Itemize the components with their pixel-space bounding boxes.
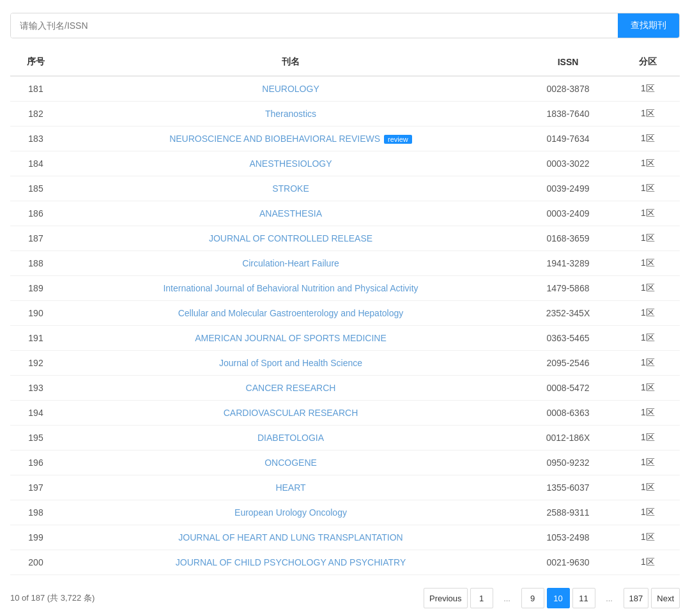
journal-link[interactable]: Theranostics (265, 109, 316, 119)
journal-link[interactable]: International Journal of Behavioral Nutr… (163, 283, 418, 293)
table-header-row: 序号 刊名 ISSN 分区 (10, 49, 680, 76)
pagination-ellipsis: ... (496, 588, 519, 608)
pagination-page-10[interactable]: 10 (547, 588, 570, 608)
col-header-name: 刊名 (61, 49, 520, 76)
pagination-page-9[interactable]: 9 (521, 588, 544, 608)
search-button[interactable]: 查找期刊 (618, 13, 679, 38)
row-seq: 183 (10, 127, 61, 151)
row-issn: 1941-3289 (520, 251, 616, 276)
table-row: 187JOURNAL OF CONTROLLED RELEASE0168-365… (10, 226, 680, 251)
journal-link[interactable]: European Urology Oncology (234, 507, 347, 518)
journal-link[interactable]: AMERICAN JOURNAL OF SPORTS MEDICINE (195, 333, 386, 343)
journal-link[interactable]: DIABETOLOGIA (257, 433, 324, 443)
table-row: 189International Journal of Behavioral N… (10, 276, 680, 301)
row-journal-name: HEART (61, 475, 520, 500)
row-issn: 1355-6037 (520, 475, 616, 500)
row-journal-name: ANAESTHESIA (61, 201, 520, 226)
table-row: 185STROKE0039-24991区 (10, 176, 680, 201)
journal-link[interactable]: JOURNAL OF HEART AND LUNG TRANSPLANTATIO… (178, 532, 402, 543)
row-issn: 0003-2409 (520, 201, 616, 226)
pagination-next[interactable]: Next (651, 588, 680, 608)
row-zone: 1区 (616, 251, 680, 276)
row-zone: 1区 (616, 450, 680, 475)
row-zone: 1区 (616, 475, 680, 500)
row-zone: 1区 (616, 276, 680, 301)
row-seq: 187 (10, 226, 61, 251)
row-journal-name: JOURNAL OF CHILD PSYCHOLOGY AND PSYCHIAT… (61, 550, 520, 575)
row-zone: 1区 (616, 151, 680, 176)
table-row: 186ANAESTHESIA0003-24091区 (10, 201, 680, 226)
row-issn: 2588-9311 (520, 500, 616, 525)
journal-link[interactable]: ANAESTHESIA (259, 208, 322, 219)
journal-link[interactable]: CANCER RESEARCH (246, 383, 336, 393)
search-input[interactable] (11, 13, 618, 38)
row-zone: 1区 (616, 76, 680, 102)
row-seq: 191 (10, 326, 61, 351)
table-row: 192Journal of Sport and Health Science20… (10, 351, 680, 376)
table-row: 191AMERICAN JOURNAL OF SPORTS MEDICINE03… (10, 326, 680, 351)
journal-link[interactable]: NEUROLOGY (262, 84, 319, 94)
row-seq: 198 (10, 500, 61, 525)
row-seq: 186 (10, 201, 61, 226)
row-journal-name: STROKE (61, 176, 520, 201)
pagination-page-1[interactable]: 1 (470, 588, 493, 608)
row-zone: 1区 (616, 525, 680, 550)
row-zone: 1区 (616, 127, 680, 151)
row-journal-name: NEUROSCIENCE AND BIOBEHAVIORAL REVIEWSre… (61, 127, 520, 151)
row-issn: 0168-3659 (520, 226, 616, 251)
journal-link[interactable]: Circulation-Heart Failure (242, 258, 339, 268)
journal-link[interactable]: STROKE (272, 183, 309, 194)
table-row: 181NEUROLOGY0028-38781区 (10, 76, 680, 102)
row-zone: 1区 (616, 351, 680, 376)
row-issn: 1479-5868 (520, 276, 616, 301)
row-journal-name: ONCOGENE (61, 450, 520, 475)
row-zone: 1区 (616, 550, 680, 575)
row-journal-name: Circulation-Heart Failure (61, 251, 520, 276)
row-seq: 200 (10, 550, 61, 575)
pagination-page-187[interactable]: 187 (624, 588, 649, 608)
row-issn: 0008-5472 (520, 376, 616, 401)
table-row: 184ANESTHESIOLOGY0003-30221区 (10, 151, 680, 176)
journal-link[interactable]: JOURNAL OF CONTROLLED RELEASE (209, 233, 372, 243)
journal-link[interactable]: ANESTHESIOLOGY (249, 158, 332, 169)
row-journal-name: CANCER RESEARCH (61, 376, 520, 401)
table-row: 182Theranostics1838-76401区 (10, 102, 680, 127)
table-row: 196ONCOGENE0950-92321区 (10, 450, 680, 475)
journal-link[interactable]: Journal of Sport and Health Science (219, 358, 362, 368)
row-issn: 0149-7634 (520, 127, 616, 151)
row-journal-name: JOURNAL OF HEART AND LUNG TRANSPLANTATIO… (61, 525, 520, 550)
row-seq: 188 (10, 251, 61, 276)
table-row: 199JOURNAL OF HEART AND LUNG TRANSPLANTA… (10, 525, 680, 550)
table-row: 188Circulation-Heart Failure1941-32891区 (10, 251, 680, 276)
row-zone: 1区 (616, 500, 680, 525)
row-issn: 0012-186X (520, 426, 616, 450)
search-bar: 查找期刊 (10, 13, 680, 38)
pagination-area: 10 of 187 (共 3,722 条) Previous1...91011.… (10, 585, 680, 611)
row-zone: 1区 (616, 426, 680, 450)
row-seq: 196 (10, 450, 61, 475)
row-journal-name: CARDIOVASCULAR RESEARCH (61, 401, 520, 426)
row-journal-name: JOURNAL OF CONTROLLED RELEASE (61, 226, 520, 251)
journal-link[interactable]: JOURNAL OF CHILD PSYCHOLOGY AND PSYCHIAT… (176, 557, 406, 567)
row-seq: 189 (10, 276, 61, 301)
row-journal-name: International Journal of Behavioral Nutr… (61, 276, 520, 301)
journal-link[interactable]: ONCOGENE (264, 458, 317, 468)
row-journal-name: European Urology Oncology (61, 500, 520, 525)
journal-link[interactable]: CARDIOVASCULAR RESEARCH (224, 408, 358, 418)
journal-link[interactable]: HEART (275, 482, 305, 493)
row-zone: 1区 (616, 401, 680, 426)
journal-link[interactable]: NEUROSCIENCE AND BIOBEHAVIORAL REVIEWS (169, 134, 380, 144)
pagination-prev[interactable]: Previous (424, 588, 468, 608)
row-issn: 1053-2498 (520, 525, 616, 550)
journal-link[interactable]: Cellular and Molecular Gastroenterology … (178, 308, 404, 318)
row-issn: 0950-9232 (520, 450, 616, 475)
table-row: 195DIABETOLOGIA0012-186X1区 (10, 426, 680, 450)
pagination-page-11[interactable]: 11 (572, 588, 595, 608)
table-row: 197HEART1355-60371区 (10, 475, 680, 500)
row-zone: 1区 (616, 176, 680, 201)
row-seq: 195 (10, 426, 61, 450)
row-seq: 199 (10, 525, 61, 550)
row-journal-name: DIABETOLOGIA (61, 426, 520, 450)
table-row: 198European Urology Oncology2588-93111区 (10, 500, 680, 525)
row-journal-name: Cellular and Molecular Gastroenterology … (61, 301, 520, 326)
